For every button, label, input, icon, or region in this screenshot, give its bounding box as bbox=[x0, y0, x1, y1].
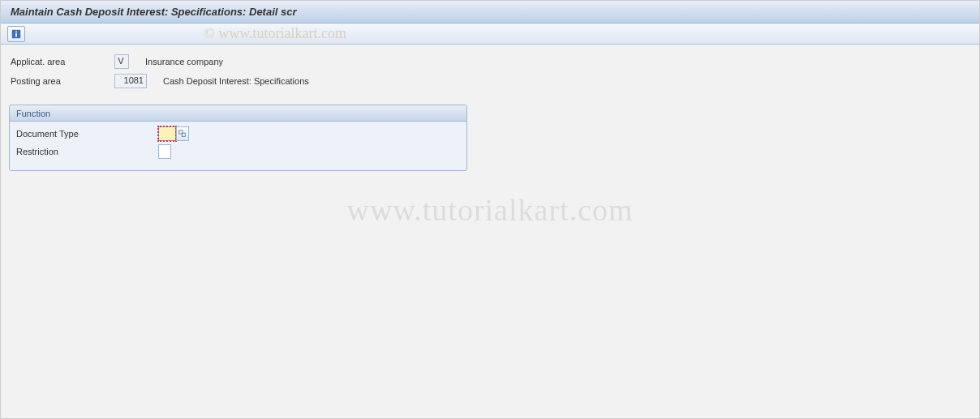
posting-area-label: Posting area bbox=[9, 76, 114, 86]
applicat-area-label: Applicat. area bbox=[9, 57, 114, 66]
applicat-area-row: Applicat. area V Insurance company bbox=[9, 53, 971, 71]
svg-rect-1 bbox=[15, 31, 17, 32]
content-area: Applicat. area V Insurance company Posti… bbox=[1, 45, 979, 179]
info-icon bbox=[11, 28, 22, 40]
watermark-main: www.tutorialkart.com bbox=[346, 192, 633, 228]
page-title-bar: Maintain Cash Deposit Interest: Specific… bbox=[1, 1, 979, 24]
document-type-input[interactable] bbox=[158, 126, 176, 141]
restriction-row: Restriction bbox=[16, 143, 460, 160]
posting-area-field[interactable]: 1081 bbox=[114, 74, 147, 88]
document-type-search-button[interactable] bbox=[176, 126, 189, 141]
function-group: Function Document Type Restriction bbox=[9, 105, 467, 171]
restriction-input[interactable] bbox=[158, 144, 171, 159]
info-button[interactable] bbox=[7, 26, 25, 42]
restriction-label: Restriction bbox=[16, 147, 158, 156]
svg-rect-2 bbox=[15, 33, 17, 36]
function-group-body: Document Type Restriction bbox=[10, 122, 466, 170]
document-type-label: Document Type bbox=[16, 129, 158, 139]
document-type-row: Document Type bbox=[16, 125, 460, 143]
posting-area-desc: Cash Deposit Interest: Specifications bbox=[163, 76, 309, 86]
applicat-area-desc: Insurance company bbox=[145, 57, 223, 66]
search-help-icon bbox=[178, 130, 187, 138]
page-title: Maintain Cash Deposit Interest: Specific… bbox=[11, 6, 297, 18]
posting-area-row: Posting area 1081 Cash Deposit Interest:… bbox=[9, 72, 971, 90]
function-group-title: Function bbox=[10, 105, 466, 122]
toolbar bbox=[1, 24, 979, 45]
applicat-area-field[interactable]: V bbox=[114, 54, 129, 69]
